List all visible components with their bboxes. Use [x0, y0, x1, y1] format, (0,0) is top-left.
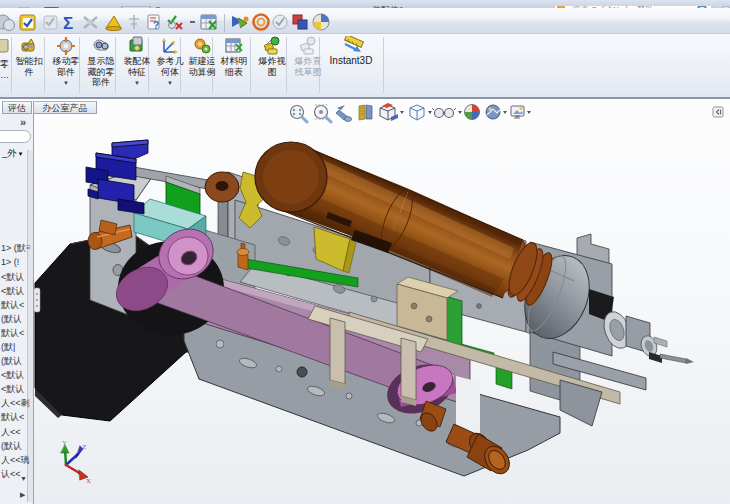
svg-text:?: ? — [153, 20, 159, 31]
svg-text:Σ: Σ — [63, 14, 73, 33]
svg-text:X: X — [86, 477, 91, 485]
svg-text:Y: Y — [62, 439, 67, 447]
svg-text:Z: Z — [82, 443, 86, 451]
